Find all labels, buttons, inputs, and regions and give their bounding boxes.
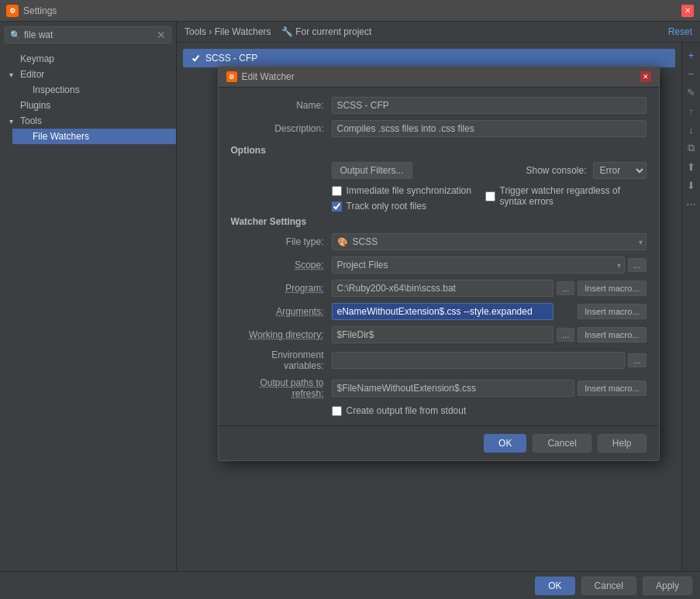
track-root-files-checkbox[interactable] [332,201,342,212]
tree-arrow: ▾ [9,71,17,79]
arguments-row: Arguments: ... Insert macro... [231,303,647,320]
sidebar-tree: Keymap ▾ Editor Inspections Plugins ▾ To… [0,48,176,571]
name-input[interactable] [332,97,647,114]
program-label: Program: [231,283,332,294]
track-root-files-checkbox-label[interactable]: Track only root files [332,201,485,212]
chevron-down-icon: ▾ [636,238,646,246]
search-clear-button[interactable]: ✕ [157,29,166,41]
sidebar-item-label: File Watchers [33,131,89,142]
dialog-cancel-button[interactable]: Cancel [533,434,591,453]
working-dir-row: Working directory: ... Insert macro... [231,326,647,343]
output-filters-button[interactable]: Output Filters... [332,162,412,179]
file-type-row: File type: 🎨 SCSS ▾ [231,233,647,250]
file-type-icon: 🎨 [337,237,348,247]
dialog-icon: ⚙ [226,71,237,82]
description-input[interactable] [332,120,647,137]
cancel-button[interactable]: Cancel [581,577,636,595]
create-output-checkbox-label[interactable]: Create output file from stdout [332,405,647,416]
checkbox-col-left: Immediate file synchronization Track onl… [231,185,485,212]
sidebar-item-tools[interactable]: ▾ Tools [0,113,176,129]
arguments-label: Arguments: [231,306,332,317]
bottom-bar: OK Cancel Apply [0,571,700,599]
file-type-label: File type: [231,236,332,247]
output-paths-insert-macro-button[interactable]: Insert macro... [578,380,646,396]
dialog-footer: OK Cancel Help [219,425,659,460]
ok-button[interactable]: OK [535,577,574,595]
watcher-settings-title: Watcher Settings [231,216,647,227]
reset-button[interactable]: Reset [668,26,692,37]
dialog-title: Edit Watcher [242,71,640,82]
breadcrumb: Tools › File Watchers 🔧 For current proj… [184,26,371,37]
create-output-text: Create output file from stdout [347,405,467,416]
name-label: Name: [231,100,332,111]
env-vars-label: Environment variables: [231,349,332,371]
create-output-checkbox[interactable] [332,406,342,416]
trigger-watcher-checkbox[interactable] [485,191,495,201]
output-paths-row: Output paths to refresh: Insert macro... [231,377,647,399]
scope-select[interactable]: Project Files [333,257,615,273]
file-type-select[interactable]: SCSS [348,234,636,250]
window-close-button[interactable]: ✕ [681,5,694,17]
content-header: Tools › File Watchers 🔧 For current proj… [177,22,700,43]
immediate-sync-checkbox[interactable] [332,186,342,196]
arguments-input[interactable] [332,303,554,320]
edit-watcher-dialog: ⚙ Edit Watcher ✕ Name: Descripti [218,66,660,461]
create-output-row: Create output file from stdout [231,405,647,416]
arguments-insert-macro-button[interactable]: Insert macro... [578,304,646,319]
output-paths-label: Output paths to refresh: [231,377,332,399]
main-layout: 🔍 ✕ Keymap ▾ Editor Inspections Plugin [0,22,700,571]
trigger-watcher-checkbox-label[interactable]: Trigger watcher regardless of syntax err… [485,185,639,207]
show-console-select[interactable]: Error Always Never [593,162,647,179]
checkbox-col-right: Trigger watcher regardless of syntax err… [485,185,647,212]
search-box: 🔍 ✕ [5,26,171,43]
tree-group-editor: Inspections [0,82,176,98]
working-dir-dots-button[interactable]: ... [557,328,574,342]
env-vars-dots-button[interactable]: ... [628,353,646,367]
show-console-label: Show console: [526,165,586,176]
dialog-help-button[interactable]: Help [598,434,647,453]
sidebar: 🔍 ✕ Keymap ▾ Editor Inspections Plugin [0,22,177,571]
working-dir-insert-macro-button[interactable]: Insert macro... [578,327,646,343]
program-insert-macro-button[interactable]: Insert macro... [578,281,646,296]
env-vars-input[interactable] [332,352,626,369]
title-bar: ⚙ Settings ✕ [0,0,700,22]
name-field-row: Name: [231,97,647,114]
options-section-title: Options [231,145,647,156]
description-field-row: Description: [231,120,647,137]
env-vars-row: Environment variables: ... [231,349,647,371]
immediate-sync-text: Immediate file synchronization [347,185,471,196]
track-root-files-text: Track only root files [347,201,427,212]
file-type-select-wrapper: 🎨 SCSS ▾ [332,233,647,250]
options-toolbar-row: Output Filters... Show console: Error Al… [231,162,647,179]
dialog-ok-button[interactable]: OK [484,434,526,453]
show-console-row: Show console: Error Always Never [526,162,646,179]
sidebar-item-plugins[interactable]: Plugins [0,98,176,113]
tree-arrow: ▾ [9,117,17,126]
scope-label: Scope: [231,260,332,270]
search-icon: 🔍 [10,30,21,40]
sidebar-item-inspections[interactable]: Inspections [12,82,176,98]
working-dir-input[interactable] [332,326,554,343]
sidebar-item-editor[interactable]: ▾ Editor [0,67,176,82]
dialog-title-bar: ⚙ Edit Watcher ✕ [219,67,659,88]
description-label: Description: [231,123,332,134]
output-paths-input[interactable] [332,380,575,397]
search-input[interactable] [24,29,157,40]
sidebar-item-label: Keymap [20,53,54,64]
checkbox-rows: Immediate file synchronization Track onl… [231,185,647,212]
program-row: Program: ... Insert macro... [231,280,647,297]
dialog-close-button[interactable]: ✕ [640,71,651,82]
scope-dots-button[interactable]: ... [628,258,646,272]
sidebar-item-label: Editor [20,69,44,80]
sidebar-item-keymap[interactable]: Keymap [0,51,176,67]
program-dots-button[interactable]: ... [557,281,574,295]
watcher-panel: SCSS - CFP + − ✎ ↑ ↓ ⧉ ⬆ ⬇ ⋯ ⚙ [177,43,700,571]
sidebar-item-file-watchers[interactable]: File Watchers [12,129,176,144]
working-dir-label: Working directory: [231,329,332,340]
sidebar-item-label: Inspections [33,84,80,95]
output-filters-area: Output Filters... [231,162,526,179]
immediate-sync-checkbox-label[interactable]: Immediate file synchronization [332,185,485,196]
program-input[interactable] [332,280,554,297]
trigger-watcher-text: Trigger watcher regardless of syntax err… [500,185,639,207]
apply-button[interactable]: Apply [643,577,692,595]
